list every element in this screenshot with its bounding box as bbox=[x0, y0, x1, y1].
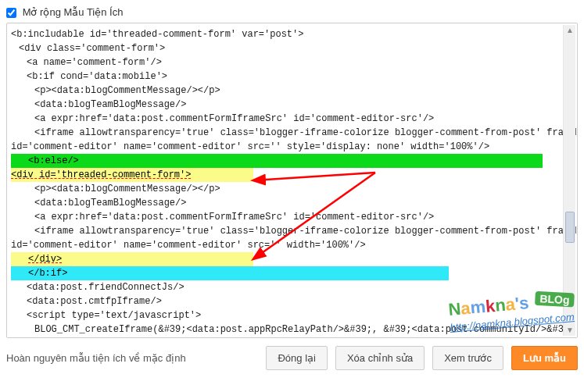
code-line-highlight-yellow: </div> bbox=[9, 252, 575, 266]
code-line: <a expr:href='data:post.commentFormIfram… bbox=[9, 112, 575, 126]
code-line: id='comment-editor' name='comment-editor… bbox=[9, 238, 575, 252]
code-line: <p><data:blogCommentMessage/></p> bbox=[9, 182, 575, 196]
code-line: <iframe allowtransparency='true' class='… bbox=[9, 126, 575, 140]
code-line: <p><data:blogCommentMessage/></p> bbox=[9, 84, 575, 98]
code-line: <data:blogTeamBlogMessage/> bbox=[9, 98, 575, 112]
code-line: <script type='text/javascript'> bbox=[9, 308, 575, 323]
code-line: <data:post.cmtfpIframe/> bbox=[9, 294, 575, 308]
code-line: <b:includable id='threaded-comment-form'… bbox=[9, 27, 575, 41]
preview-button[interactable]: Xem trước bbox=[432, 346, 503, 370]
footer-bar: Hoàn nguyên mẫu tiện ích về mặc định Đón… bbox=[6, 346, 578, 370]
code-line: id='comment-editor' name='comment-editor… bbox=[9, 140, 575, 154]
code-line-highlight-green: <b:else/> bbox=[9, 154, 575, 168]
expand-widget-checkbox[interactable] bbox=[6, 8, 16, 18]
clear-edits-button[interactable]: Xóa chỉnh sửa bbox=[335, 346, 425, 370]
code-line-highlight-cyan: </b:if> bbox=[9, 266, 575, 280]
editor-scrollbar[interactable]: ▲ ▼ bbox=[563, 25, 575, 336]
code-line-highlight-yellow: <div id='threaded-comment-form'> bbox=[9, 168, 575, 182]
save-template-button[interactable]: Lưu mẫu bbox=[511, 346, 578, 370]
revert-template-link[interactable]: Hoàn nguyên mẫu tiện ích về mặc định bbox=[6, 352, 186, 364]
code-line: BLOG_CMT_createIframe(&#39;<data:post.ap… bbox=[9, 323, 575, 337]
code-line: <a name='comment-form'/> bbox=[9, 55, 575, 69]
template-editor-container: <b:includable id='threaded-comment-form'… bbox=[6, 23, 578, 338]
code-line: <a expr:href='data:post.commentFormIfram… bbox=[9, 210, 575, 224]
scroll-down-icon[interactable]: ▼ bbox=[566, 326, 574, 334]
scroll-thumb[interactable] bbox=[565, 212, 575, 243]
expand-widget-label: Mở rộng Mẫu Tiện Ích bbox=[23, 6, 124, 18]
code-line: <data:post.friendConnectJs/> bbox=[9, 280, 575, 294]
close-button[interactable]: Đóng lại bbox=[266, 346, 327, 370]
scroll-up-icon[interactable]: ▲ bbox=[566, 27, 574, 34]
template-code-editor[interactable]: <b:includable id='threaded-comment-form'… bbox=[8, 24, 576, 337]
code-line: <data:blogTeamBlogMessage/> bbox=[9, 196, 575, 210]
code-line: <b:if cond='data:mobile'> bbox=[9, 69, 575, 84]
code-line: <iframe allowtransparency='true' class='… bbox=[9, 224, 575, 238]
code-line: <div class='comment-form'> bbox=[9, 41, 575, 55]
expand-widget-checkbox-row: Mở rộng Mẫu Tiện Ích bbox=[6, 6, 578, 18]
